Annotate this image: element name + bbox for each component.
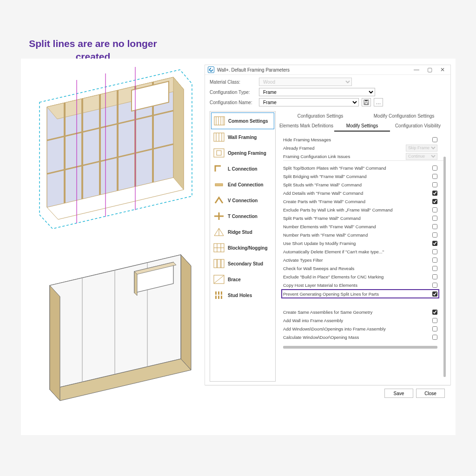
save-button[interactable]: Save (384, 389, 413, 398)
option-row: Use Short Update by Modify Framing (283, 239, 437, 247)
option-label: Already Framed (283, 145, 406, 151)
option-label: Hide Framing Messages (283, 137, 432, 142)
category-label: Common Settings (228, 119, 268, 124)
config-type-select[interactable]: Frame (259, 88, 375, 96)
category-label: L Connection (228, 166, 258, 172)
category-list: Common SettingsWall FramingOpening Frami… (210, 111, 276, 382)
category-icon (213, 195, 225, 205)
minimize-button[interactable]: — (411, 66, 422, 73)
horizontal-scrollbar[interactable] (283, 346, 437, 349)
category-icon (213, 179, 225, 190)
config-type-label: Configuration Type: (210, 90, 256, 95)
config-name-label: Configuration Name: (210, 100, 256, 105)
category-icon (213, 243, 225, 253)
option-checkbox[interactable] (432, 326, 437, 331)
option-checkbox[interactable] (432, 283, 437, 288)
option-row: Number Parts with "Frame Wall" Command (283, 231, 437, 239)
category-label: Brace (228, 277, 241, 282)
option-row: Prevent Generating Opening Split Lines f… (281, 289, 439, 298)
option-checkbox[interactable] (432, 274, 437, 279)
vertical-scrollbar[interactable] (443, 157, 446, 377)
option-row: Calculate Window\Door\Opening Mass (283, 333, 437, 341)
svg-rect-16 (365, 103, 368, 105)
close-button[interactable]: Close (416, 389, 445, 398)
option-checkbox[interactable] (432, 291, 437, 297)
category-stud-holes[interactable]: Stud Holes (211, 287, 274, 303)
option-label: Create Parts with "Frame Wall" Command (283, 199, 432, 204)
option-label: Add Details with "Frame Wall" Command (283, 191, 432, 196)
option-checkbox[interactable] (432, 310, 437, 315)
option-row: Create Parts with "Frame Wall" Command (283, 197, 437, 205)
close-window-button[interactable]: ✕ (437, 66, 448, 73)
option-checkbox[interactable] (432, 216, 437, 221)
category-icon (213, 290, 225, 300)
option-label: Automatically Delete Element if "Can't m… (283, 249, 432, 254)
option-row: Exclude Parts by Wall Link with „Frame W… (283, 205, 437, 214)
option-select[interactable]: Skip Frame (406, 145, 437, 152)
tab-modify-configuration-settings[interactable]: Modify Configuration Settings (362, 111, 446, 121)
option-checkbox[interactable] (432, 266, 437, 271)
subtab-elements-mark-definitions[interactable]: Elements Mark Definitions (278, 121, 334, 132)
option-checkbox[interactable] (432, 174, 437, 179)
option-checkbox[interactable] (432, 199, 437, 204)
option-row: Hide Framing Messages (283, 135, 437, 144)
option-label: Add Wall into Frame Assembly (283, 318, 432, 323)
option-checkbox[interactable] (432, 258, 437, 263)
option-checkbox[interactable] (432, 335, 437, 340)
config-name-select[interactable]: Frame (259, 98, 359, 106)
option-checkbox[interactable] (432, 165, 437, 171)
option-label: Split Studs with "Frame Wall" Command (283, 182, 432, 187)
option-checkbox[interactable] (432, 182, 437, 187)
dialog-titlebar[interactable]: Wall+. Default Framing Parameters — ▢ ✕ (205, 65, 450, 75)
category-brace[interactable]: Brace (211, 271, 274, 287)
option-label: Calculate Window\Door\Opening Mass (283, 335, 432, 340)
option-checkbox[interactable] (432, 207, 437, 212)
dialog-title: Wall+. Default Framing Parameters (217, 67, 409, 73)
option-checkbox[interactable] (432, 137, 437, 142)
save-config-icon-button[interactable] (362, 98, 371, 106)
category-icon (213, 164, 225, 174)
option-row: Automatically Delete Element if "Can't m… (283, 247, 437, 256)
option-label: Activate Types Filter (283, 258, 432, 263)
category-blocking-nogging[interactable]: Blocking/Nogging (211, 240, 274, 256)
svg-point-46 (215, 295, 217, 296)
category-icon (213, 132, 225, 142)
option-checkbox[interactable] (432, 249, 437, 254)
category-icon (213, 211, 225, 221)
category-v-connection[interactable]: V Connection (211, 192, 274, 208)
svg-rect-26 (214, 149, 224, 157)
category-label: Wall Framing (228, 135, 257, 140)
category-common-settings[interactable]: Common Settings (211, 112, 274, 129)
option-row: Add Details with "Frame Wall" Command (283, 189, 437, 197)
option-label: Framing Configuration Link Issues (283, 154, 406, 159)
svg-rect-15 (365, 100, 368, 101)
more-config-button[interactable]: … (374, 98, 383, 106)
option-checkbox[interactable] (432, 318, 437, 323)
option-checkbox[interactable] (432, 241, 437, 246)
category-opening-framing[interactable]: Opening Framing (211, 145, 274, 161)
option-checkbox[interactable] (432, 232, 437, 238)
canvas-area: Wall+. Default Framing Parameters — ▢ ✕ … (21, 59, 456, 435)
dialog-header-form: Material Class: Wood Configuration Type:… (205, 75, 450, 111)
maximize-button[interactable]: ▢ (424, 66, 435, 73)
tab-configuration-settings[interactable]: Configuration Settings (278, 111, 362, 121)
subtab-configuration-visibility[interactable]: Configuration Visibility (390, 121, 446, 132)
category-t-connection[interactable]: T Connection (211, 208, 274, 224)
option-row: Create Same Assemblies for Same Geometry (283, 308, 437, 316)
option-select[interactable]: Continue (406, 153, 437, 160)
svg-point-47 (218, 295, 219, 296)
category-end-connection[interactable]: End Connection (211, 177, 274, 192)
category-secondary-stud[interactable]: Secondary Stud (211, 256, 274, 271)
subtab-modify-settings[interactable]: Modify Settings (334, 121, 390, 132)
option-row: Copy Host Layer Material to Elements (283, 281, 437, 289)
option-checkbox[interactable] (432, 191, 437, 196)
category-ridge-stud[interactable]: Ridge Stud (211, 224, 274, 240)
category-icon (213, 258, 225, 269)
category-l-connection[interactable]: L Connection (211, 161, 274, 177)
category-wall-framing[interactable]: Wall Framing (211, 129, 274, 145)
option-checkbox[interactable] (432, 224, 437, 229)
option-row: Split Top/Bottom Plates with "Frame Wall… (283, 164, 437, 172)
category-label: Stud Holes (228, 293, 252, 298)
option-label: Split Bridging with "Frame Wall" Command (283, 174, 432, 179)
option-row: Check for Wall Sweeps and Reveals (283, 264, 437, 272)
